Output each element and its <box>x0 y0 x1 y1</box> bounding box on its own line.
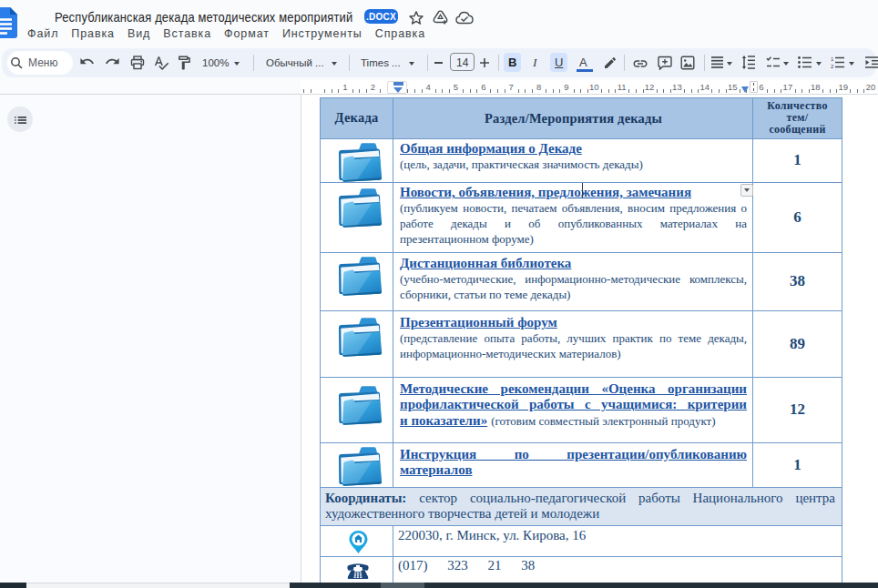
svg-text:2: 2 <box>831 64 834 68</box>
svg-text:1: 1 <box>831 56 834 62</box>
